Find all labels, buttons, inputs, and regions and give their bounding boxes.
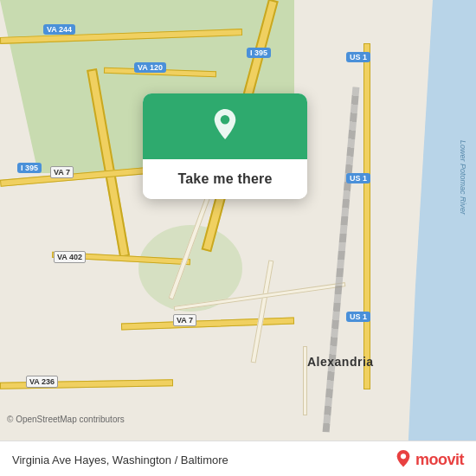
bottom-bar: Virginia Ave Hayes, Washington / Baltimo…: [0, 441, 476, 476]
label-i395-top: I 395: [247, 48, 271, 58]
moovit-text: moovit: [415, 451, 464, 469]
moovit-logo: moovit: [394, 450, 464, 469]
label-i395-left: I 395: [17, 163, 42, 173]
location-pin-icon: [207, 109, 243, 145]
label-us1-bot: US 1: [346, 312, 370, 322]
label-us1-mid: US 1: [346, 173, 370, 183]
road-us1-vertical: [363, 43, 370, 389]
moovit-pin-icon: [394, 450, 413, 469]
label-va7-right: VA 7: [173, 314, 196, 326]
location-name: Virginia Ave Hayes, Washington / Baltimo…: [12, 453, 228, 466]
svg-point-1: [401, 453, 406, 459]
water-label: Lower Potomac River: [459, 140, 467, 215]
label-va402: VA 402: [54, 251, 86, 263]
svg-point-0: [221, 115, 230, 125]
label-us1-top: US 1: [346, 52, 370, 62]
label-va244: VA 244: [43, 24, 75, 35]
label-va120: VA 120: [134, 62, 166, 73]
copyright-text: © OpenStreetMap contributors: [7, 415, 125, 424]
map-container: VA 244 VA 120 I 395 I 395 VA 7 VA 7 US 1…: [0, 0, 476, 476]
popup-card: Take me there: [143, 93, 307, 199]
label-va7-left: VA 7: [50, 166, 74, 178]
popup-header: [143, 93, 307, 159]
label-va236: VA 236: [26, 376, 58, 388]
city-label-alexandria: Alexandria: [307, 355, 374, 369]
take-me-there-button[interactable]: Take me there: [143, 159, 307, 199]
bottom-bar-info: Virginia Ave Hayes, Washington / Baltimo…: [12, 453, 228, 466]
